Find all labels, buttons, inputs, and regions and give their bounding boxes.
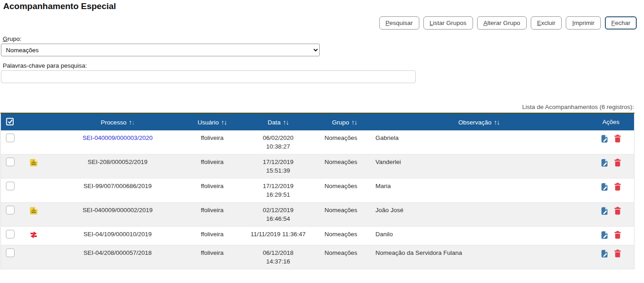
delete-trash-icon bbox=[613, 206, 622, 215]
sort-desc-icon[interactable]: ↓ bbox=[224, 119, 226, 126]
user-cell: ffoliveira bbox=[187, 130, 237, 154]
delete-trash-icon bbox=[613, 158, 622, 167]
group-cell: Nomeações bbox=[319, 203, 370, 227]
observation-cell: João José bbox=[370, 203, 588, 227]
delete-button[interactable] bbox=[613, 230, 622, 239]
date-cell: 06/12/201814:37:16 bbox=[237, 245, 319, 269]
delete-trash-icon bbox=[613, 249, 622, 258]
edit-annotation-icon bbox=[600, 182, 609, 191]
table-row: SEI-040009/000003/2020 ffoliveira 06/02/… bbox=[1, 130, 634, 154]
row-checkbox[interactable] bbox=[6, 134, 15, 142]
date-cell: 11/11/2019 11:36:47 bbox=[237, 227, 319, 245]
table-row: SEI-040009/000002/2019 ffoliveira 02/12/… bbox=[1, 203, 634, 227]
alterar-grupo-button[interactable]: Alterar Grupo bbox=[477, 16, 527, 30]
delete-trash-icon bbox=[613, 230, 622, 239]
delete-button[interactable] bbox=[613, 249, 622, 258]
process-link[interactable]: SEI-99/007/000686/2019 bbox=[83, 183, 151, 189]
keywords-label: Palavras-chave para pesquisa: bbox=[3, 62, 644, 69]
user-cell: ffoliveira bbox=[187, 179, 237, 203]
table-row: SEI-04/109/000010/2019 ffoliveira 11/11/… bbox=[1, 227, 634, 245]
fechar-button[interactable]: Fechar bbox=[605, 16, 637, 30]
icon-column-header bbox=[19, 113, 48, 130]
process-link[interactable]: SEI-04/208/000057/2018 bbox=[83, 249, 151, 256]
select-all-header-cell[interactable] bbox=[1, 113, 19, 130]
edit-annotation-icon bbox=[600, 158, 609, 167]
page-title: Acompanhamento Especial bbox=[0, 0, 644, 11]
observation-cell: Vanderlei bbox=[370, 154, 588, 179]
date-cell: 17/12/201916:29:51 bbox=[237, 179, 319, 203]
observation-cell: Maria bbox=[370, 179, 588, 203]
sort-desc-icon[interactable]: ↓ bbox=[354, 119, 357, 126]
acompanhamento-especial-page: Acompanhamento Especial Pesquisar Listar… bbox=[0, 0, 644, 283]
group-select[interactable]: Nomeações bbox=[1, 44, 320, 56]
row-checkbox[interactable] bbox=[6, 158, 15, 166]
delete-button[interactable] bbox=[613, 158, 622, 167]
process-link[interactable]: SEI-04/109/000010/2019 bbox=[83, 231, 151, 238]
user-cell: ffoliveira bbox=[187, 227, 237, 245]
date-cell: 06/02/202010:38:27 bbox=[237, 130, 319, 154]
process-link[interactable]: SEI-040009/000002/2019 bbox=[83, 207, 153, 213]
records-count-caption: Lista de Acompanhamentos (6 registros): bbox=[0, 104, 634, 110]
delete-trash-icon bbox=[613, 182, 622, 191]
date-cell: 17/12/201915:51:39 bbox=[237, 154, 319, 179]
row-checkbox[interactable] bbox=[6, 248, 15, 257]
acompanhamentos-table: Processo↑↓ Usuário↑↓ Data↑↓ Grupo↑↓ Obse… bbox=[0, 113, 634, 269]
date-cell: 02/12/201916:46:54 bbox=[237, 203, 319, 227]
delete-button[interactable] bbox=[613, 134, 622, 143]
sort-desc-icon[interactable]: ↓ bbox=[286, 119, 288, 126]
table-header-row: Processo↑↓ Usuário↑↓ Data↑↓ Grupo↑↓ Obse… bbox=[1, 113, 634, 130]
group-cell: Nomeações bbox=[319, 179, 370, 203]
edit-annotation-icon bbox=[600, 230, 609, 239]
edit-annotation-icon bbox=[600, 206, 609, 215]
annotation-note-icon[interactable] bbox=[29, 206, 38, 215]
keywords-input[interactable] bbox=[1, 70, 416, 83]
acoes-column-header: Ações bbox=[588, 113, 634, 130]
group-cell: Nomeações bbox=[319, 227, 370, 245]
sort-desc-icon[interactable]: ↓ bbox=[131, 119, 134, 126]
imprimir-button[interactable]: Imprimir bbox=[566, 16, 601, 30]
annotation-note-icon[interactable] bbox=[29, 158, 38, 167]
observacao-column-header[interactable]: Observação↑↓ bbox=[370, 113, 588, 130]
edit-annotation-icon bbox=[600, 249, 609, 258]
edit-annotation-button[interactable] bbox=[600, 206, 609, 215]
pesquisar-button[interactable]: Pesquisar bbox=[379, 16, 419, 30]
table-row: SEI-208/000052/2019 ffoliveira 17/12/201… bbox=[1, 154, 634, 179]
excluir-button[interactable]: Excluir bbox=[531, 16, 562, 30]
row-checkbox[interactable] bbox=[6, 206, 15, 214]
processo-column-header[interactable]: Processo↑↓ bbox=[48, 113, 187, 130]
edit-annotation-button[interactable] bbox=[600, 230, 609, 239]
edit-annotation-button[interactable] bbox=[600, 158, 609, 167]
observation-cell: Nomeação da Servidora Fulana bbox=[370, 245, 588, 269]
observation-cell: Gabriela bbox=[370, 130, 588, 154]
listar-grupos-button[interactable]: Listar Grupos bbox=[423, 16, 473, 30]
table-row: SEI-99/007/000686/2019 ffoliveira 17/12/… bbox=[1, 179, 634, 203]
delete-button[interactable] bbox=[613, 182, 622, 191]
edit-annotation-button[interactable] bbox=[600, 182, 609, 191]
group-cell: Nomeações bbox=[319, 245, 370, 269]
usuario-column-header[interactable]: Usuário↑↓ bbox=[187, 113, 237, 130]
user-cell: ffoliveira bbox=[187, 203, 237, 227]
edit-annotation-button[interactable] bbox=[600, 249, 609, 258]
user-cell: ffoliveira bbox=[187, 154, 237, 179]
process-link[interactable]: SEI-040009/000003/2020 bbox=[83, 134, 153, 141]
edit-annotation-button[interactable] bbox=[600, 134, 609, 143]
user-cell: ffoliveira bbox=[187, 245, 237, 269]
group-label: Grupo: bbox=[3, 35, 644, 42]
group-cell: Nomeações bbox=[319, 130, 370, 154]
delete-trash-icon bbox=[613, 134, 622, 143]
table-row: SEI-04/208/000057/2018 ffoliveira 06/12/… bbox=[1, 245, 634, 269]
toolbar: Pesquisar Listar Grupos Alterar Grupo Ex… bbox=[379, 16, 637, 30]
row-checkbox[interactable] bbox=[6, 182, 15, 190]
grupo-column-header[interactable]: Grupo↑↓ bbox=[319, 113, 370, 130]
row-checkbox[interactable] bbox=[6, 230, 15, 238]
edit-annotation-icon bbox=[600, 134, 609, 143]
process-link[interactable]: SEI-208/000052/2019 bbox=[88, 159, 147, 165]
group-cell: Nomeações bbox=[319, 154, 370, 179]
select-all-checkbox-icon[interactable] bbox=[5, 117, 15, 126]
data-column-header[interactable]: Data↑↓ bbox=[237, 113, 319, 130]
delete-button[interactable] bbox=[613, 206, 622, 215]
observation-cell: Danilo bbox=[370, 227, 588, 245]
sort-desc-icon[interactable]: ↓ bbox=[497, 119, 499, 126]
process-sent-arrows-icon bbox=[29, 230, 38, 239]
